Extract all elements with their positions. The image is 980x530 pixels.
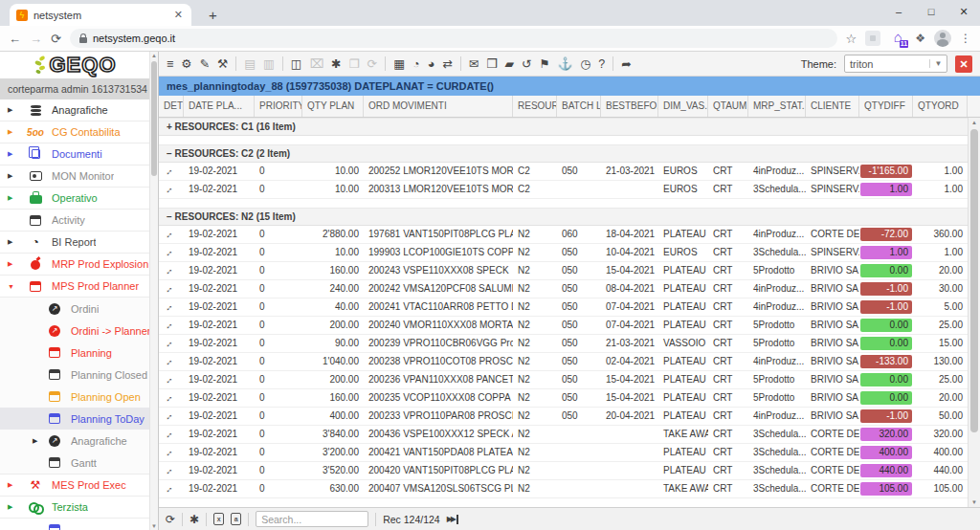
search-input[interactable]: [256, 511, 368, 527]
scroll-down-icon[interactable]: ▼: [150, 523, 158, 529]
group-header[interactable]: + RESOURCES: C1 (16 Item): [159, 118, 968, 136]
sidebar-item-planning-open[interactable]: Planning Open: [0, 386, 150, 408]
sidebar-item-documenti[interactable]: ▶Documenti: [0, 144, 150, 166]
expand-row-icon[interactable]: ↔: [159, 335, 184, 352]
scrollbar-thumb[interactable]: [151, 61, 157, 176]
asterisk-icon[interactable]: ✱: [189, 513, 199, 526]
chevron-down-icon[interactable]: ▼: [8, 283, 19, 290]
chevron-right-icon[interactable]: ▶: [8, 194, 19, 202]
column-header-batch-lo[interactable]: BATCH LO...: [557, 96, 601, 117]
refresh-icon[interactable]: ⟳: [368, 52, 377, 77]
expand-row-icon[interactable]: ↔: [159, 371, 184, 388]
table-row[interactable]: ↔19-02-20210160.00200235 VCOP110XXX08 CO…: [159, 389, 968, 408]
chevron-right-icon[interactable]: ▶: [8, 238, 19, 246]
expand-row-icon[interactable]: ↔: [159, 353, 184, 370]
sidebar-item-operativo[interactable]: ▶Operativo: [0, 188, 150, 210]
table-row[interactable]: ↔19-02-20210240.00200242 VMSA120PCF08 SA…: [159, 280, 968, 298]
window-minimize-button[interactable]: –: [882, 0, 915, 26]
close-view-button[interactable]: ✕: [955, 55, 972, 73]
table-row[interactable]: ↔19-02-2021010.00200313 LMOR120VEE10TS M…: [159, 181, 968, 199]
column-header-priority[interactable]: PRIORITY: [255, 96, 302, 117]
extensions-puzzle-icon[interactable]: ❖: [915, 32, 925, 45]
theme-select[interactable]: triton ▼: [844, 55, 947, 73]
dashboard-icon[interactable]: ◔: [412, 52, 420, 77]
table-row[interactable]: ↔19-02-20210160.00200243 VSPE110XXX08 SP…: [159, 262, 968, 280]
expand-row-icon[interactable]: ↔: [159, 181, 184, 198]
table-row[interactable]: ↔19-02-202102'880.00197681 VANT150PIT08P…: [159, 226, 968, 244]
menu-icon[interactable]: ≡: [167, 52, 173, 77]
table-row[interactable]: ↔19-02-2021090.00200239 VPRO110CBR06VGG …: [159, 335, 968, 353]
extension-icon[interactable]: [865, 31, 880, 46]
window-maximize-button[interactable]: □: [915, 0, 947, 26]
edit-icon[interactable]: ✎: [200, 52, 210, 77]
mail-icon[interactable]: ✉: [469, 52, 479, 77]
save-icon[interactable]: ▤: [244, 52, 256, 77]
sidebar-item-bi-report[interactable]: ▶◔BI Report: [0, 232, 150, 254]
tab-close-icon[interactable]: ✕: [172, 9, 185, 21]
group-header[interactable]: − RESOURCES: C2 (2 Item): [159, 144, 968, 163]
browser-menu-icon[interactable]: ⋮: [960, 32, 971, 45]
column-header-cliente[interactable]: CLIENTE: [806, 96, 859, 117]
sidebar-item-mps-prod-planner[interactable]: ▼MPS Prod Planner: [0, 276, 150, 298]
tools-icon[interactable]: ⚒: [217, 52, 228, 77]
transfer-icon[interactable]: ⇄: [442, 52, 452, 77]
expand-row-icon[interactable]: ↔: [159, 226, 184, 243]
back-icon[interactable]: ←: [9, 32, 21, 46]
table-row[interactable]: ↔19-02-202103'840.00200436 VSPE100XXX12 …: [159, 426, 968, 444]
delete-icon[interactable]: ⌧: [310, 52, 323, 77]
table-row[interactable]: ↔19-02-202101'040.00200238 VPRO110COT08 …: [159, 353, 968, 371]
sidebar-item-planning[interactable]: Planning: [0, 342, 150, 364]
table-row[interactable]: ↔19-02-202103'200.00200421 VANT150PDA08 …: [159, 444, 968, 462]
column-header-qtyord[interactable]: QTYORD: [913, 96, 968, 117]
chevron-right-icon[interactable]: ▶: [8, 260, 19, 268]
table-row[interactable]: ↔19-02-20210200.00200240 VMOR110XXX08 MO…: [159, 317, 968, 335]
history-icon[interactable]: ↺: [522, 52, 531, 77]
columns-icon[interactable]: ◫: [291, 52, 302, 77]
column-header-det[interactable]: DET: [159, 96, 184, 117]
skip-to-end-icon[interactable]: ▶▶: [447, 515, 458, 524]
excel-export-icon[interactable]: [213, 513, 224, 525]
logout-icon[interactable]: ➦: [621, 52, 631, 77]
chevron-right-icon[interactable]: ▶: [8, 481, 19, 489]
window-close-button[interactable]: ✕: [947, 0, 980, 26]
sidebar-item-partial[interactable]: [0, 519, 150, 530]
sidebar-item-activity[interactable]: Activity: [0, 210, 150, 232]
address-bar[interactable]: netsystem.geqo.it: [70, 29, 837, 48]
scroll-down-icon[interactable]: ▼: [969, 499, 980, 505]
table-row[interactable]: ↔19-02-20210200.00200236 VPAN110XXX08 PA…: [159, 371, 968, 389]
column-header-bestbefo[interactable]: BESTBEFO...: [601, 96, 658, 117]
flag-icon[interactable]: ⚑: [539, 52, 549, 77]
column-header-qtydiff[interactable]: QTYDIFF: [859, 96, 913, 117]
sidebar-item-gantt[interactable]: Gantt: [0, 452, 150, 474]
expand-row-icon[interactable]: ↔: [159, 298, 184, 316]
chevron-right-icon[interactable]: ▶: [8, 106, 19, 114]
new-record-icon[interactable]: ✱: [331, 52, 341, 77]
browser-tab[interactable]: ϟ netsystem ✕: [10, 4, 191, 26]
chevron-right-icon[interactable]: ▶: [8, 128, 19, 136]
expand-row-icon[interactable]: ↔: [159, 262, 184, 279]
table-row[interactable]: ↔19-02-2021040.00200241 VTAC110ARR08 PET…: [159, 298, 968, 317]
chevron-right-icon[interactable]: ▶: [8, 150, 19, 158]
column-header-date-pla[interactable]: DATE PLA...: [184, 96, 255, 117]
chevron-down-icon[interactable]: ▼: [929, 59, 947, 68]
chevron-right-icon[interactable]: ▶: [8, 503, 19, 511]
expand-row-icon[interactable]: ↔: [159, 462, 184, 479]
profile-avatar[interactable]: [934, 30, 951, 47]
sidebar-item-anagrafiche[interactable]: ▶Anagrafiche: [0, 430, 150, 452]
settings-icon[interactable]: ⚙: [181, 52, 191, 77]
column-header-qtaum[interactable]: QTAUM: [708, 96, 748, 117]
scroll-up-icon[interactable]: ▲: [969, 120, 980, 125]
sidebar-item-mon-monitor[interactable]: ▶MON Monitor: [0, 166, 150, 188]
print-icon[interactable]: ▥: [263, 52, 275, 77]
sidebar-item-cg-contabilita[interactable]: ▶5ooCG Contabilita: [0, 121, 150, 144]
sidebar-item-mrp-prod-explosion[interactable]: ▶MRP Prod Explosion: [0, 254, 150, 276]
sidebar-item-mes-prod-exec[interactable]: ▶⚒MES Prod Exec: [0, 475, 150, 497]
expand-row-icon[interactable]: ↔: [159, 408, 184, 425]
sidebar-item-planning-today[interactable]: Planning ToDay: [0, 408, 150, 430]
sidebar-item-planning-closed[interactable]: Planning Closed: [0, 364, 150, 386]
forward-icon[interactable]: →: [30, 32, 42, 46]
expand-row-icon[interactable]: ↔: [159, 244, 184, 261]
column-header-resourc[interactable]: RESOURC...: [513, 96, 557, 117]
column-header-dim-vas[interactable]: DIM_VAS...: [658, 96, 708, 117]
folder-icon[interactable]: ❒: [486, 52, 497, 77]
